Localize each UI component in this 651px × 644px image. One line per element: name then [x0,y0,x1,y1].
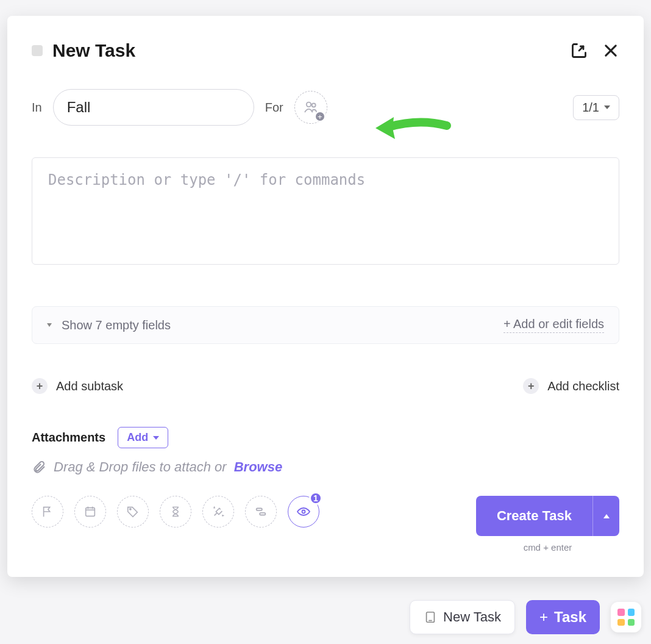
new-task-modal: New Task In For [7,16,644,577]
tags-button[interactable] [117,496,149,528]
task-options-row: 1 [32,496,319,528]
priority-button[interactable] [32,496,63,528]
plus-icon: + [539,609,548,626]
dropzone-text: Drag & Drop files to attach or [54,459,227,475]
location-row: In For + 1/1 [32,89,619,126]
footer-task-button[interactable]: + Task [526,600,600,634]
callout-arrow-icon [371,113,450,144]
task-counter[interactable]: 1/1 [573,95,619,120]
browse-link[interactable]: Browse [234,459,282,475]
modal-title: New Task [52,40,135,61]
chevron-down-icon [604,106,610,109]
add-attachment-button[interactable]: Add [118,427,168,448]
attachment-dropzone[interactable]: Drag & Drop files to attach or Browse [32,459,619,475]
list-input[interactable] [53,89,254,126]
svg-point-3 [311,103,315,107]
expand-icon[interactable] [571,42,588,59]
in-label: In [32,101,42,115]
due-date-button[interactable] [74,496,106,528]
description-input[interactable] [32,157,619,265]
create-task-button[interactable]: Create Task [476,496,592,536]
sprint-button[interactable] [202,496,234,528]
modal-header: New Task [32,40,619,61]
plus-icon: + [523,378,539,394]
svg-point-8 [130,509,131,510]
show-fields-label: Show 7 empty fields [62,318,171,332]
dependencies-button[interactable] [245,496,277,528]
create-task-dropdown[interactable] [592,496,619,536]
page-footer: New Task + Task [410,600,641,634]
svg-rect-4 [86,508,95,517]
status-indicator[interactable] [32,45,43,56]
add-assignee-plus-icon: + [315,111,326,122]
svg-point-11 [302,510,305,513]
watchers-button[interactable]: 1 [288,496,319,528]
show-empty-fields[interactable]: Show 7 empty fields [47,318,171,332]
counter-value: 1/1 [582,101,599,115]
footer-new-task-chip[interactable]: New Task [410,600,515,634]
custom-fields-bar: Show 7 empty fields + Add or edit fields [32,306,619,344]
assignee-picker[interactable]: + [294,91,327,124]
add-subtask-button[interactable]: + Add subtask [32,378,123,394]
keyboard-hint: cmd + enter [524,542,572,553]
attachments-title: Attachments [32,431,105,445]
close-icon[interactable] [602,42,619,59]
apps-launcher[interactable] [611,602,641,632]
paperclip-icon [32,460,46,474]
svg-rect-9 [257,509,262,511]
svg-rect-10 [260,513,265,515]
add-edit-fields[interactable]: + Add or edit fields [503,317,604,333]
plus-icon: + [32,378,48,394]
note-icon [424,610,437,624]
svg-point-2 [306,102,310,107]
time-estimate-button[interactable] [160,496,191,528]
chevron-up-icon [603,514,610,518]
add-checklist-button[interactable]: + Add checklist [523,378,619,394]
chevron-down-icon [47,323,52,327]
chevron-down-icon [153,436,159,440]
watchers-count: 1 [309,492,322,505]
for-label: For [265,101,283,115]
